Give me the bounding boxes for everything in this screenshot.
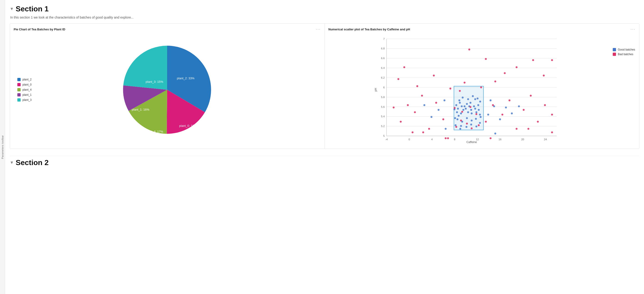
pie-label-plant2: plant_2: 33% xyxy=(177,77,194,80)
svg-point-110 xyxy=(502,114,503,115)
svg-point-136 xyxy=(445,137,446,139)
svg-point-130 xyxy=(551,131,553,133)
svg-point-134 xyxy=(494,80,496,82)
svg-point-34 xyxy=(459,102,461,104)
svg-point-33 xyxy=(457,108,459,110)
svg-point-103 xyxy=(421,95,423,96)
legend-item-plant0: plant_0 xyxy=(17,83,32,86)
scatter-y-label: pH xyxy=(374,88,377,92)
legend-color-plant1 xyxy=(17,93,20,96)
svg-point-91 xyxy=(470,106,471,108)
svg-point-137 xyxy=(527,128,529,130)
svg-point-94 xyxy=(470,127,472,129)
svg-point-97 xyxy=(466,123,468,124)
svg-point-53 xyxy=(479,114,481,115)
svg-point-63 xyxy=(472,95,474,97)
svg-point-35 xyxy=(461,105,462,107)
parameters-toolbar-label: Parameters toolbar xyxy=(1,135,4,159)
scatter-chart-area: pH Caffeine xyxy=(328,34,636,145)
svg-text:5.4: 5.4 xyxy=(381,115,385,118)
svg-point-111 xyxy=(508,99,510,101)
svg-point-117 xyxy=(551,114,553,115)
svg-point-119 xyxy=(403,66,405,68)
svg-text:5.2: 5.2 xyxy=(381,125,385,127)
svg-point-54 xyxy=(456,118,458,120)
svg-point-104 xyxy=(428,128,430,130)
svg-text:6.8: 6.8 xyxy=(381,47,385,50)
svg-point-81 xyxy=(490,99,492,101)
svg-point-82 xyxy=(505,107,507,108)
section1-chevron[interactable]: ▼ xyxy=(10,7,14,11)
svg-point-123 xyxy=(532,59,534,61)
svg-point-71 xyxy=(480,116,482,118)
legend-label-plant0: plant_0 xyxy=(22,83,32,86)
pie-label-plant3: plant_3: 15% xyxy=(146,80,163,83)
section2-chevron[interactable]: ▼ xyxy=(10,160,14,165)
svg-point-102 xyxy=(414,111,416,113)
legend-label-plant1: plant_1 xyxy=(22,93,32,96)
svg-point-56 xyxy=(466,117,468,119)
svg-point-105 xyxy=(435,102,437,104)
svg-text:-4: -4 xyxy=(385,138,388,141)
svg-point-40 xyxy=(464,105,465,107)
svg-point-39 xyxy=(458,115,460,117)
svg-point-76 xyxy=(487,114,489,115)
svg-point-95 xyxy=(478,124,480,126)
svg-point-65 xyxy=(454,124,456,126)
svg-point-73 xyxy=(454,117,456,119)
svg-point-88 xyxy=(445,128,446,130)
svg-point-138 xyxy=(422,131,424,133)
svg-text:7: 7 xyxy=(383,38,384,40)
svg-text:12: 12 xyxy=(476,138,478,141)
pie-chart-title: Pie Chart of Tea Batches by Plant ID xyxy=(14,28,65,31)
scatter-chart-title: Numerical scatter plot of Tea Batches by… xyxy=(328,28,410,31)
section1-title: Section 1 xyxy=(16,5,48,13)
svg-point-87 xyxy=(494,133,496,134)
svg-point-96 xyxy=(460,120,462,121)
svg-point-85 xyxy=(424,104,425,106)
scatter-chart-panel: Numerical scatter plot of Tea Batches by… xyxy=(325,24,639,149)
legend-item-plant3: plant_3 xyxy=(17,98,32,102)
scatter-legend-label-good: Good batches xyxy=(618,48,635,51)
legend-label-plant4: plant_4 xyxy=(22,88,32,91)
pie-svg: plant_2: 33% plant_0: 19% plant_4: 17% p… xyxy=(116,39,218,141)
svg-point-52 xyxy=(478,109,480,111)
svg-point-80 xyxy=(443,99,445,101)
svg-text:0: 0 xyxy=(408,138,410,141)
svg-text:20: 20 xyxy=(521,138,524,141)
svg-point-32 xyxy=(455,104,457,106)
svg-point-98 xyxy=(459,90,461,92)
scatter-legend-good: Good batches xyxy=(613,48,636,51)
svg-text:8: 8 xyxy=(454,138,455,141)
legend-color-plant2 xyxy=(17,78,20,81)
svg-text:24: 24 xyxy=(544,138,546,141)
svg-point-118 xyxy=(397,78,399,80)
pie-chart-panel: Pie Chart of Tea Batches by Plant ID ···… xyxy=(10,24,325,149)
svg-point-107 xyxy=(449,88,451,89)
parameters-toolbar: Parameters toolbar xyxy=(0,0,5,172)
svg-point-60 xyxy=(458,99,460,101)
svg-point-116 xyxy=(544,104,546,106)
svg-text:6.4: 6.4 xyxy=(381,67,385,69)
svg-point-120 xyxy=(468,49,470,50)
svg-point-89 xyxy=(454,107,455,109)
svg-point-59 xyxy=(479,122,481,124)
svg-point-135 xyxy=(464,82,465,83)
charts-row: Pie Chart of Tea Batches by Plant ID ···… xyxy=(10,24,639,149)
pie-label-plant0: plant_0: 19% xyxy=(179,124,197,127)
svg-point-112 xyxy=(516,128,518,130)
svg-point-131 xyxy=(516,66,518,68)
pie-chart-menu[interactable]: ··· xyxy=(316,27,320,32)
svg-text:4: 4 xyxy=(431,138,432,141)
svg-point-128 xyxy=(433,75,434,77)
svg-point-78 xyxy=(499,118,501,120)
svg-point-67 xyxy=(465,126,467,128)
pie-chart-header: Pie Chart of Tea Batches by Plant ID ··· xyxy=(14,27,321,32)
svg-point-106 xyxy=(442,118,444,120)
scatter-chart-menu[interactable]: ··· xyxy=(630,27,636,32)
svg-point-69 xyxy=(475,125,477,127)
svg-point-46 xyxy=(470,112,472,114)
pie-legend: plant_2 plant_0 plant_4 plant_1 xyxy=(17,78,32,102)
scatter-svg: pH Caffeine xyxy=(328,34,610,145)
svg-point-115 xyxy=(537,121,539,123)
